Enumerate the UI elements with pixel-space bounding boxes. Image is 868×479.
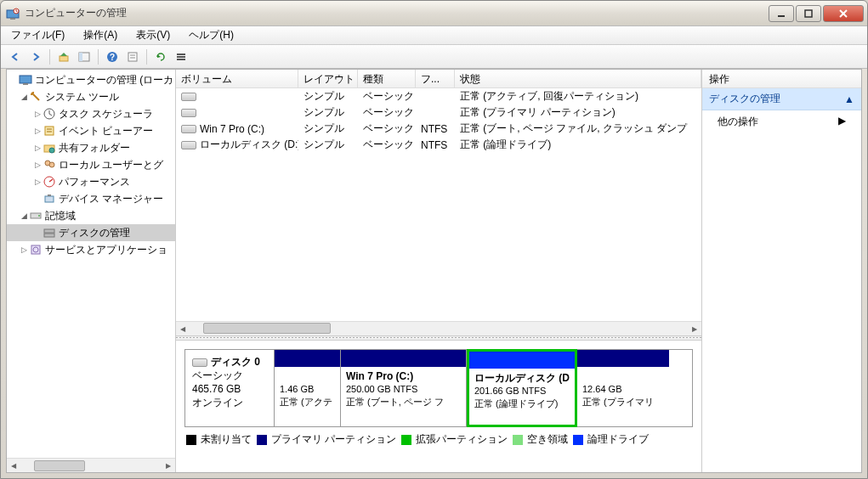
minimize-button[interactable] <box>769 5 794 22</box>
tree-event-viewer[interactable]: ▷ イベント ビューアー <box>7 122 175 139</box>
titlebar: コンピューターの管理 <box>1 1 867 26</box>
volume-row[interactable]: Win 7 Pro (C:)シンプルベーシックNTFS正常 (ブート, ページ … <box>176 121 701 137</box>
legend-primary: プライマリ パーティション <box>257 432 396 447</box>
tree-label: タスク スケジューラ <box>59 107 153 121</box>
properties-button[interactable] <box>123 48 142 66</box>
tree-storage[interactable]: ◢ 記憶域 <box>7 207 175 224</box>
volume-row[interactable]: ローカルディスク (D:)シンプルベーシックNTFS正常 (論理ドライブ) <box>176 137 701 153</box>
menu-action[interactable]: 操作(A) <box>78 26 122 44</box>
svg-rect-16 <box>177 56 185 58</box>
expand-icon[interactable]: ▷ <box>32 110 43 118</box>
tree-device-manager[interactable]: デバイス マネージャー <box>7 190 175 207</box>
up-button[interactable] <box>54 48 73 66</box>
col-type[interactable]: 種類 <box>358 70 416 87</box>
legend-unallocated: 未割り当て <box>186 432 252 447</box>
volume-icon <box>181 141 196 149</box>
tree-label: イベント ビューアー <box>59 124 153 138</box>
collapse-icon[interactable]: ▲ <box>844 93 854 105</box>
tree-label: サービスとアプリケーショ <box>45 243 167 257</box>
menu-view[interactable]: 表示(V) <box>131 26 175 44</box>
list-view-button[interactable] <box>172 48 190 66</box>
horizontal-splitter[interactable] <box>176 335 701 341</box>
volume-row[interactable]: シンプルベーシック正常 (アクティブ, 回復パーティション) <box>176 88 701 104</box>
expand-icon[interactable]: ▷ <box>32 161 43 169</box>
tree-label: パフォーマンス <box>59 175 130 189</box>
show-tree-button[interactable] <box>75 48 94 66</box>
app-icon <box>6 7 20 20</box>
legend: 未割り当て プライマリ パーティション 拡張パーティション 空き領域 論理ドライ… <box>184 427 693 447</box>
scroll-left-icon[interactable]: ◀ <box>176 322 190 335</box>
help-button[interactable]: ? <box>103 48 122 66</box>
scroll-thumb[interactable] <box>34 460 85 471</box>
refresh-button[interactable] <box>151 48 170 66</box>
tree-label: コンピューターの管理 (ローカ <box>35 73 173 87</box>
col-volume[interactable]: ボリューム <box>176 70 298 87</box>
volume-icon <box>181 125 196 133</box>
toolbar-separator <box>98 49 99 65</box>
legend-free: 空き領域 <box>513 432 568 447</box>
svg-rect-31 <box>48 194 51 196</box>
partition[interactable]: Win 7 Pro (C:)250.00 GB NTFS正常 (ブート, ページ… <box>341 350 467 426</box>
center-pane: ボリューム レイアウト 種類 フ... 状態 シンプルベーシック正常 (アクティ… <box>176 70 702 472</box>
menu-file[interactable]: ファイル(F) <box>6 26 70 44</box>
device-icon <box>43 192 56 206</box>
tree-shared-folders[interactable]: ▷ 共有フォルダー <box>7 139 175 156</box>
tree-label: システム ツール <box>45 90 119 104</box>
tree-disk-management[interactable]: ディスクの管理 <box>7 224 175 241</box>
actions-selected[interactable]: ディスクの管理 ▲ <box>702 88 861 110</box>
expand-icon[interactable]: ▷ <box>32 144 43 152</box>
tree-root[interactable]: コンピューターの管理 (ローカ <box>7 71 175 88</box>
expand-icon[interactable]: ▷ <box>32 127 43 135</box>
scroll-right-icon[interactable]: ▶ <box>162 459 175 472</box>
partition[interactable]: ローカルディスク (D201.66 GB NTFS正常 (論理ドライブ) <box>467 349 577 427</box>
toolbar-separator <box>146 49 147 65</box>
svg-rect-9 <box>79 53 82 61</box>
toolbar: ? <box>1 45 867 69</box>
maximize-button[interactable] <box>796 5 821 22</box>
col-status[interactable]: 状態 <box>455 70 701 87</box>
partition[interactable]: 1.46 GB正常 (アクテ <box>275 350 341 426</box>
scroll-right-icon[interactable]: ▶ <box>688 322 701 335</box>
svg-rect-1 <box>10 18 15 20</box>
actions-selected-label: ディスクの管理 <box>709 92 780 106</box>
svg-point-33 <box>38 215 40 217</box>
back-button[interactable] <box>6 48 25 66</box>
expand-icon[interactable]: ▷ <box>32 178 43 186</box>
legend-logical: 論理ドライブ <box>573 432 649 447</box>
tools-icon <box>29 90 43 104</box>
partition[interactable]: 12.64 GB正常 (プライマリ <box>577 350 669 426</box>
disk-type: ベーシック <box>192 369 267 382</box>
volume-header: ボリューム レイアウト 種類 フ... 状態 <box>176 70 701 88</box>
col-filesystem[interactable]: フ... <box>416 70 455 87</box>
tree-system-tools[interactable]: ◢ システム ツール <box>7 88 175 105</box>
collapse-icon[interactable]: ◢ <box>19 93 29 101</box>
forward-button[interactable] <box>26 48 45 66</box>
svg-rect-21 <box>45 127 54 135</box>
tree-task-scheduler[interactable]: ▷ タスク スケジューラ <box>7 105 175 122</box>
scroll-thumb[interactable] <box>203 323 331 334</box>
menu-help[interactable]: ヘルプ(H) <box>184 26 239 44</box>
expand-icon[interactable]: ▷ <box>19 245 29 254</box>
scroll-left-icon[interactable]: ◀ <box>7 459 20 472</box>
volume-rows[interactable]: シンプルベーシック正常 (アクティブ, 回復パーティション)シンプルベーシック正… <box>176 88 701 321</box>
volume-row[interactable]: シンプルベーシック正常 (プライマリ パーティション) <box>176 104 701 121</box>
close-button[interactable] <box>823 5 864 22</box>
nav-tree[interactable]: コンピューターの管理 (ローカ ◢ システム ツール ▷ タスク スケジューラ … <box>7 70 175 458</box>
tree-local-users[interactable]: ▷ ローカル ユーザーとグ <box>7 156 175 173</box>
actions-other[interactable]: 他の操作 ▶ <box>702 110 861 133</box>
tree-hscrollbar[interactable]: ◀ ▶ <box>7 458 175 472</box>
tree-performance[interactable]: ▷ パフォーマンス <box>7 173 175 190</box>
volume-icon <box>181 93 196 101</box>
folder-share-icon <box>43 141 56 155</box>
tree-services-apps[interactable]: ▷ サービスとアプリケーショ <box>7 241 175 258</box>
tree-pane: コンピューターの管理 (ローカ ◢ システム ツール ▷ タスク スケジューラ … <box>7 70 176 472</box>
event-icon <box>43 124 56 138</box>
legend-extended: 拡張パーティション <box>401 432 508 447</box>
volume-hscrollbar[interactable]: ◀ ▶ <box>176 321 701 335</box>
volume-list: ボリューム レイアウト 種類 フ... 状態 シンプルベーシック正常 (アクティ… <box>176 70 701 335</box>
col-layout[interactable]: レイアウト <box>298 70 358 87</box>
svg-rect-35 <box>44 234 54 237</box>
collapse-icon[interactable]: ◢ <box>19 211 29 220</box>
actions-other-label: 他の操作 <box>718 115 758 129</box>
disk-row[interactable]: ディスク 0 ベーシック 465.76 GB オンライン 1.46 GB正常 (… <box>184 349 693 427</box>
